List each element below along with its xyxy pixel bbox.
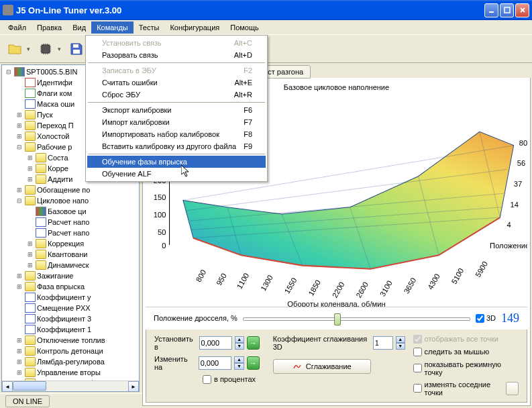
- tree-hscroll[interactable]: ◄ ►: [2, 380, 139, 391]
- menu-item[interactable]: Обучение фазы впрыска: [87, 156, 266, 168]
- mode-point-checkbox[interactable]: показывать режимную точку: [413, 360, 519, 376]
- throttle-slider[interactable]: [243, 311, 470, 325]
- tree-node[interactable]: ⊟Цикловое напо: [3, 195, 138, 206]
- svg-text:3650: 3650: [403, 276, 418, 295]
- minimize-button[interactable]: [484, 3, 498, 17]
- tree-node[interactable]: ⊞Квантовани: [3, 249, 138, 260]
- svg-text:5100: 5100: [450, 267, 466, 286]
- tree-node[interactable]: Расчет напо: [3, 227, 138, 238]
- svg-text:1300: 1300: [259, 274, 274, 293]
- slider-label: Положение дросселя, %: [154, 314, 237, 322]
- svg-text:1550: 1550: [283, 276, 299, 295]
- set-input[interactable]: 0,000: [199, 336, 232, 350]
- window-title: J5 On-Line Tuner ver.3.00: [16, 5, 483, 15]
- neighbor-checkbox[interactable]: изменять соседние точки: [413, 380, 504, 397]
- svg-text:4300: 4300: [426, 272, 441, 291]
- svg-rect-1: [504, 7, 510, 13]
- commands-menu: Установить связьAlt+CРазорвать связьAlt+…: [85, 35, 268, 182]
- app-icon: [3, 5, 13, 15]
- chip-button[interactable]: [35, 38, 56, 60]
- neighbor-config-button[interactable]: [506, 382, 519, 395]
- change-go-button[interactable]: →: [247, 356, 260, 370]
- svg-text:1850: 1850: [307, 278, 322, 297]
- set-label: Установить в: [154, 335, 197, 351]
- plot-ylabel: Положение дросселя: [490, 242, 527, 250]
- svg-text:100: 100: [154, 211, 166, 219]
- tree-node[interactable]: Коэффициент 1: [3, 324, 138, 335]
- menu-item: Установить связьAlt+C: [87, 37, 266, 49]
- menu-правка[interactable]: Правка: [32, 21, 67, 34]
- scroll-thumb[interactable]: [13, 381, 46, 391]
- menu-item[interactable]: Импортировать набор калибровокF8: [87, 128, 266, 140]
- 3d-checkbox[interactable]: 3D: [476, 314, 496, 323]
- plot-xlabel: Обороты коленвала, об/мин: [287, 300, 385, 307]
- tree-node[interactable]: Смещение РХХ: [3, 303, 138, 313]
- menu-item[interactable]: Сброс ЭБУAlt+R: [87, 89, 266, 101]
- scroll-right-button[interactable]: ►: [128, 381, 139, 392]
- svg-text:5900: 5900: [474, 260, 489, 278]
- change-label: Изменить на: [154, 355, 196, 371]
- svg-text:80: 80: [519, 139, 527, 147]
- svg-rect-2: [42, 45, 50, 53]
- tree-node[interactable]: ⊞Зажигание: [3, 270, 138, 281]
- svg-text:150: 150: [154, 193, 166, 201]
- svg-rect-3: [73, 44, 78, 48]
- tree-node[interactable]: ⊞Лямбда-регулирова: [3, 356, 138, 367]
- tree-node[interactable]: Коэффициент у: [3, 292, 138, 303]
- smooth3d-label: Коэффициент сглаживания 3D: [273, 335, 370, 351]
- menu-вид[interactable]: Вид: [67, 21, 91, 34]
- menu-item[interactable]: Импорт калибровкиF7: [87, 116, 266, 128]
- svg-text:1100: 1100: [235, 272, 251, 291]
- tree-node[interactable]: ⊞Управление вторы: [3, 367, 138, 378]
- open-dropdown-arrow[interactable]: ▾: [27, 46, 34, 52]
- svg-text:4: 4: [507, 221, 511, 229]
- set-spinner[interactable]: ▲▼: [235, 336, 244, 350]
- scroll-left-button[interactable]: ◄: [2, 381, 13, 392]
- menu-item[interactable]: Обучение ALF: [87, 168, 266, 180]
- svg-text:2600: 2600: [354, 280, 370, 299]
- chip-dropdown-arrow[interactable]: ▾: [58, 46, 64, 52]
- change-spinner[interactable]: ▲▼: [234, 356, 244, 370]
- menu-файл[interactable]: Файл: [3, 21, 32, 34]
- tree-node[interactable]: ⊞Динамическ: [3, 260, 138, 270]
- tree-node[interactable]: ⊞Коррекция: [3, 238, 138, 249]
- tree-node[interactable]: ⊞Отключение топлив: [3, 335, 138, 346]
- svg-text:0: 0: [162, 242, 166, 250]
- tree-node[interactable]: Коэффициент 3: [3, 313, 138, 324]
- svg-rect-0: [489, 11, 494, 13]
- follow-mouse-checkbox[interactable]: следить за мышью: [413, 348, 519, 356]
- svg-text:800: 800: [195, 268, 208, 283]
- svg-rect-4: [73, 50, 80, 54]
- change-input[interactable]: 0,000: [199, 356, 232, 370]
- menu-item[interactable]: Экспорт калибровкиF6: [87, 104, 266, 116]
- open-button[interactable]: [4, 38, 25, 60]
- show-all-checkbox: отображать все точки: [413, 335, 519, 344]
- menu-item[interactable]: Вставить калибровку из другого файлаF9: [87, 140, 266, 152]
- menu-помощь[interactable]: Помощь: [225, 21, 264, 34]
- tree-node[interactable]: ⊞Обогащение по: [3, 185, 138, 195]
- menu-item[interactable]: Разорвать связьAlt+D: [87, 49, 266, 61]
- menu-команды[interactable]: Команды: [91, 21, 134, 34]
- titlebar: J5 On-Line Tuner ver.3.00: [0, 0, 532, 20]
- set-go-button[interactable]: →: [247, 336, 260, 350]
- save-button[interactable]: [66, 38, 87, 60]
- tree-node[interactable]: Расчет напо: [3, 217, 138, 227]
- tree-node[interactable]: ⊞Контроль детонаци: [3, 346, 138, 356]
- maximize-button[interactable]: [500, 3, 514, 17]
- status-text: ON LINE: [5, 395, 50, 407]
- menu-item: Записать в ЭБУF2: [87, 64, 266, 76]
- smooth-button[interactable]: Сглаживание: [273, 359, 371, 374]
- menu-конфигурация[interactable]: Конфигурация: [164, 21, 225, 34]
- svg-text:14: 14: [511, 201, 519, 209]
- close-button[interactable]: [515, 3, 529, 17]
- menu-item[interactable]: Считать ошибкиAlt+E: [87, 76, 266, 89]
- menu-тесты[interactable]: Тесты: [134, 21, 165, 34]
- smooth3d-input[interactable]: 1: [373, 336, 393, 350]
- svg-text:56: 56: [517, 159, 525, 167]
- percent-checkbox[interactable]: в процентах: [203, 375, 260, 384]
- tree-node[interactable]: Базовое ци: [3, 206, 138, 217]
- smooth3d-spinner[interactable]: ▲▼: [396, 336, 405, 350]
- svg-text:950: 950: [215, 272, 228, 287]
- tree-node[interactable]: ⊞Фаза впрыска: [3, 281, 138, 292]
- svg-text:50: 50: [158, 228, 166, 236]
